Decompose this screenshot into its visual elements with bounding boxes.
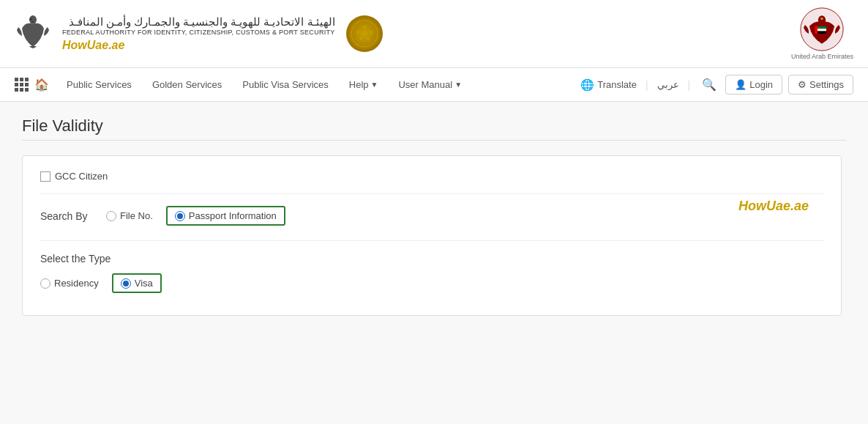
svg-text:★: ★ xyxy=(369,29,373,34)
nav-public-visa-services[interactable]: Public Visa Services xyxy=(232,70,339,99)
svg-text:★: ★ xyxy=(366,36,370,41)
nav-links: Public Services Golden Services Public V… xyxy=(56,70,580,99)
title-divider xyxy=(22,140,846,141)
navbar: 🏠 Public Services Golden Services Public… xyxy=(0,68,868,102)
main-content: File Validity GCC Citizen Search By File… xyxy=(0,102,868,424)
svg-text:★: ★ xyxy=(362,24,367,29)
file-no-option[interactable]: File No. xyxy=(106,210,153,221)
authority-name: الهيئـة الاتحاديـة للهويـة والجنسيـة وال… xyxy=(62,15,335,52)
search-by-label: Search By xyxy=(40,210,106,222)
falcon-logo xyxy=(15,15,51,52)
nav-icon-group: 🏠 xyxy=(15,78,49,92)
gcc-citizen-label: GCC Citizen xyxy=(55,171,108,182)
uae-emblem-container: United Arab Emirates xyxy=(791,7,853,60)
help-arrow-icon: ▼ xyxy=(371,81,378,89)
svg-point-1 xyxy=(30,18,32,20)
gcc-citizen-row: GCC Citizen xyxy=(40,171,823,182)
settings-icon: ⚙ xyxy=(798,79,807,90)
form-card: GCC Citizen Search By File No. Passport … xyxy=(22,155,842,316)
search-by-options: File No. Passport Information xyxy=(106,206,285,226)
watermark: HowUae.ae xyxy=(738,199,809,214)
visa-option[interactable]: Visa xyxy=(112,273,162,293)
section-divider xyxy=(40,193,823,194)
svg-rect-12 xyxy=(818,26,826,29)
uae-country-label: United Arab Emirates xyxy=(791,53,853,60)
login-icon: 👤 xyxy=(735,79,747,90)
select-type-section: Select the Type Residency Visa xyxy=(40,240,823,293)
passport-info-label: Passport Information xyxy=(189,210,277,221)
separator2: | xyxy=(688,79,691,91)
arabic-name: الهيئـة الاتحاديـة للهويـة والجنسيـة وال… xyxy=(62,15,335,29)
home-icon[interactable]: 🏠 xyxy=(34,78,49,92)
visa-radio[interactable] xyxy=(121,278,131,289)
user-manual-arrow-icon: ▼ xyxy=(454,81,462,89)
nav-right: 🌐 Translate | عربي | 🔍 👤 Login ⚙ Setting… xyxy=(580,75,853,95)
svg-point-2 xyxy=(349,18,380,49)
gcc-citizen-checkbox[interactable] xyxy=(40,171,50,182)
file-no-radio[interactable] xyxy=(106,211,116,221)
settings-button[interactable]: ⚙ Settings xyxy=(788,75,853,95)
grid-menu-icon[interactable] xyxy=(15,78,29,92)
svg-rect-13 xyxy=(818,29,826,31)
visa-label: Visa xyxy=(135,278,153,289)
separator: | xyxy=(646,79,648,91)
nav-help[interactable]: Help ▼ xyxy=(339,70,389,99)
svg-text:★: ★ xyxy=(356,29,360,34)
nav-golden-services[interactable]: Golden Services xyxy=(142,70,232,99)
svg-text:★: ★ xyxy=(359,36,363,41)
translate-icon: 🌐 xyxy=(580,78,594,92)
svg-rect-15 xyxy=(815,26,818,34)
svg-rect-14 xyxy=(818,32,826,34)
svg-point-16 xyxy=(821,18,823,20)
arabic-button[interactable]: عربي xyxy=(657,79,679,90)
header: الهيئـة الاتحاديـة للهويـة والجنسيـة وال… xyxy=(0,0,868,68)
stars-logo: ★ ★ ★ ★ ★ xyxy=(346,15,383,52)
passport-info-option[interactable]: Passport Information xyxy=(166,206,285,226)
nav-public-services[interactable]: Public Services xyxy=(56,70,142,99)
select-type-label: Select the Type xyxy=(40,253,823,264)
login-button[interactable]: 👤 Login xyxy=(725,75,782,95)
type-radio-row: Residency Visa xyxy=(40,273,823,293)
search-icon[interactable]: 🔍 xyxy=(699,75,719,95)
how-uae-label: HowUae.ae xyxy=(62,39,335,52)
residency-radio[interactable] xyxy=(40,278,50,289)
nav-user-manual[interactable]: User Manual ▼ xyxy=(388,70,472,99)
residency-option[interactable]: Residency xyxy=(40,278,99,289)
search-by-row: Search By File No. Passport Information … xyxy=(40,206,823,226)
file-no-label: File No. xyxy=(120,210,153,221)
residency-label: Residency xyxy=(54,278,99,289)
uae-emblem xyxy=(800,7,844,51)
page-title: File Validity xyxy=(22,116,846,136)
passport-info-radio[interactable] xyxy=(175,211,185,221)
header-left: الهيئـة الاتحاديـة للهويـة والجنسيـة وال… xyxy=(15,15,383,52)
english-name: FEDERAL AUTHORITY FOR IDENTITY, CITIZENS… xyxy=(62,29,335,36)
translate-button[interactable]: 🌐 Translate xyxy=(580,78,637,92)
